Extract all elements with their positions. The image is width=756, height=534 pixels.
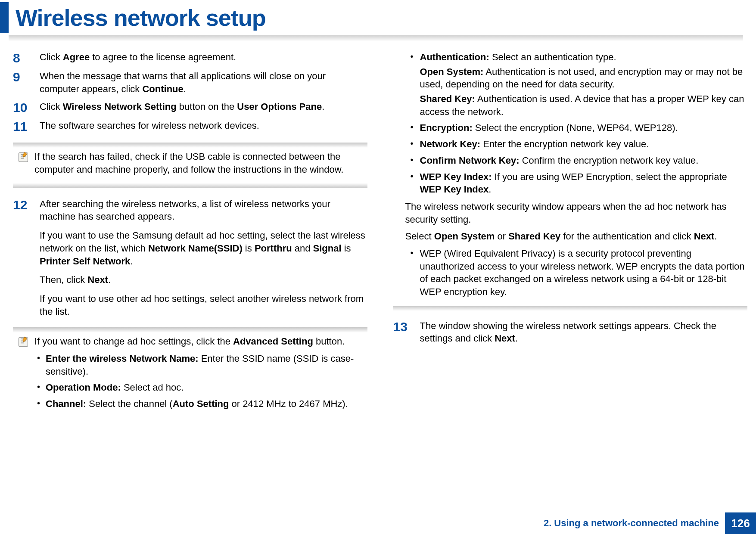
bold-text: Enter the wireless Network Name: [46, 353, 199, 364]
footer-page-number: 126 [725, 512, 756, 534]
text: is [243, 243, 255, 254]
bold-text: Signal [313, 243, 342, 254]
list-item: Channel: Select the channel (Auto Settin… [34, 397, 363, 410]
step-body: The window showing the wireless network … [420, 320, 748, 345]
bold-text: Open System: [420, 66, 484, 77]
step-number: 10 [13, 100, 40, 114]
text: . [488, 184, 491, 195]
bold-text: Confirm Network Key: [420, 155, 520, 166]
text: Select [405, 231, 434, 242]
bold-text: Next [495, 333, 515, 344]
step-body: After searching the wireless networks, a… [40, 198, 367, 318]
section-divider [393, 306, 748, 311]
step-body: Click Agree to agree to the license agre… [40, 51, 367, 65]
bold-text: Next [87, 274, 108, 285]
bold-text: Wireless Network Setting [63, 101, 177, 112]
note-bullet-list: Enter the wireless Network Name: Enter t… [34, 352, 363, 410]
text: or [495, 231, 508, 242]
bold-text: WEP Key Index: [420, 171, 492, 182]
step-number: 13 [393, 320, 420, 345]
text: If you are using WEP Encryption, select … [492, 171, 727, 182]
step-number: 12 [13, 198, 40, 318]
text: or 2412 MHz to 2467 MHz). [229, 398, 348, 409]
note-text: If you want to change ad hoc settings, c… [34, 335, 363, 413]
text: Then, click [40, 274, 87, 285]
text: Confirm the encryption network key value… [520, 155, 699, 166]
bold-text: Continue [142, 84, 183, 94]
step-10: 10 Click Wireless Network Setting button… [13, 100, 367, 114]
left-column: 8 Click Agree to agree to the license ag… [13, 51, 367, 426]
note-divider-bottom [13, 183, 367, 188]
note-box-1: If the search has failed, check if the U… [13, 143, 367, 188]
note-box-2: If you want to change ad hoc settings, c… [13, 327, 367, 416]
wep-bullet-list: WEP (Wired Equivalent Privacy) is a secu… [405, 247, 748, 298]
text: . [184, 84, 186, 94]
list-item: Operation Mode: Select ad hoc. [34, 381, 363, 394]
step-number: 8 [13, 51, 40, 65]
text: for the authentication and click [560, 231, 694, 242]
bold-text: Network Key: [420, 139, 481, 149]
bold-text: Advanced Setting [233, 336, 313, 347]
bold-text: User Options Pane [237, 101, 322, 112]
bold-text: Next [694, 231, 715, 242]
text: Select an authentication type. [489, 52, 616, 62]
bold-text: Portthru [255, 243, 292, 254]
note-text: If the search has failed, check if the U… [34, 150, 363, 180]
settings-bullet-list: Authentication: Select an authentication… [405, 51, 748, 196]
bold-text: Authentication: [420, 52, 489, 62]
bold-text: Printer Self Network [40, 256, 130, 267]
text: button on the [177, 101, 237, 112]
list-item-network-key: Network Key: Enter the encryption networ… [405, 138, 748, 151]
text: If you want to change ad hoc settings, c… [34, 336, 233, 347]
step-body: When the message that warns that all app… [40, 70, 367, 95]
step-12: 12 After searching the wireless networks… [13, 198, 367, 318]
bold-text: Auto Setting [173, 398, 229, 409]
note-content: If the search has failed, check if the U… [13, 148, 367, 183]
page-header: Wireless network setup [0, 0, 756, 35]
list-item-wep-key-index: WEP Key Index: If you are using WEP Encr… [405, 171, 748, 196]
text: Select the encryption (None, WEP64, WEP1… [473, 122, 678, 133]
bold-text: Agree [63, 52, 90, 62]
paragraph: Select Open System or Shared Key for the… [405, 230, 748, 243]
note-divider-top [13, 143, 367, 148]
list-item-confirm-network-key: Confirm Network Key: Confirm the encrypt… [405, 154, 748, 167]
step-13: 13 The window showing the wireless netwo… [393, 320, 748, 345]
header-accent-block [0, 2, 9, 33]
text: After searching the wireless networks, a… [40, 198, 367, 223]
text: and [292, 243, 313, 254]
list-item-authentication: Authentication: Select an authentication… [405, 51, 748, 118]
step-number: 9 [13, 70, 40, 95]
text: Enter the encryption network key value. [480, 139, 649, 149]
header-shadow [9, 35, 743, 44]
right-column: Authentication: Select an authentication… [393, 51, 748, 426]
text: Click [40, 101, 63, 112]
list-item: Enter the wireless Network Name: Enter t… [34, 352, 363, 378]
text: to agree to the license agreement. [90, 52, 236, 62]
bold-text: Operation Mode: [46, 382, 121, 393]
bold-text: Channel: [46, 398, 86, 409]
text: is [342, 243, 351, 254]
bold-text: Encryption: [420, 122, 473, 133]
bold-text: Shared Key [508, 231, 560, 242]
footer-chapter: 2. Using a network-connected machine [544, 512, 725, 534]
text: The software searches for wireless netwo… [40, 119, 367, 132]
text: . [108, 274, 111, 285]
note-icon [17, 150, 34, 180]
list-item-wep-info: WEP (Wired Equivalent Privacy) is a secu… [405, 247, 748, 298]
content-area: 8 Click Agree to agree to the license ag… [0, 44, 756, 426]
page-footer: 2. Using a network-connected machine 126 [544, 512, 756, 534]
bold-text: Network Name(SSID) [148, 243, 243, 254]
text: . [322, 101, 324, 112]
note-content: If you want to change ad hoc settings, c… [13, 332, 367, 416]
text: . [714, 231, 717, 242]
text: Select ad hoc. [121, 382, 184, 393]
bold-text: WEP Key Index [420, 184, 489, 195]
page-title: Wireless network setup [16, 4, 266, 31]
text: If you want to use other ad hoc settings… [40, 292, 367, 318]
step-number: 11 [13, 119, 40, 133]
step-8: 8 Click Agree to agree to the license ag… [13, 51, 367, 65]
text: Click [40, 52, 63, 62]
step-11: 11 The software searches for wireless ne… [13, 119, 367, 133]
text: . [130, 256, 133, 267]
paragraph: The wireless network security window app… [405, 200, 748, 226]
